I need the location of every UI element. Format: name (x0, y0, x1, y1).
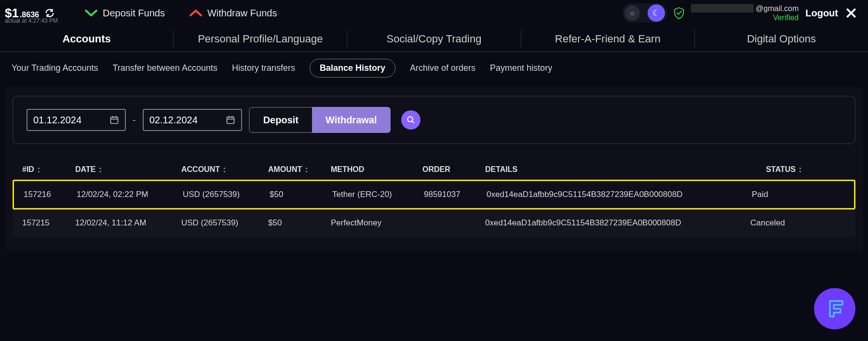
th-status[interactable]: STATUS (750, 165, 803, 174)
cell-id: 157216 (24, 190, 77, 199)
deposit-funds-label: Deposit Funds (103, 8, 165, 19)
th-method: METHOD (331, 165, 422, 174)
transaction-type-toggle: Deposit Withdrawal (249, 107, 391, 133)
withdraw-funds-label: Withdraw Funds (207, 8, 277, 19)
balance-timestamp: actual at 4:27:43 PM (5, 17, 58, 24)
th-order: ORDER (422, 165, 485, 174)
cell-status: Paid (752, 190, 805, 199)
moon-icon: ☾ (648, 4, 665, 22)
user-email: @gmail.com (691, 4, 799, 13)
cell-amount: $50 (270, 190, 332, 199)
date-range-separator: - (133, 115, 136, 126)
nav-digital-options[interactable]: Digital Options (695, 26, 868, 52)
subnav-archive-orders[interactable]: Archive of orders (410, 59, 475, 77)
nav-refer-friend[interactable]: Refer-A-Friend & Earn (521, 26, 694, 52)
subnav-payment-history[interactable]: Payment history (490, 59, 552, 77)
email-domain: @gmail.com (756, 4, 799, 13)
verified-label: Verified (773, 13, 799, 22)
calendar-icon (226, 115, 235, 125)
main-nav: Accounts Personal Profile/Language Socia… (0, 26, 868, 52)
cell-account: USD (2657539) (181, 218, 268, 228)
sort-icon (37, 166, 42, 173)
topbar: $1 .8636 actual at 4:27:43 PM Deposit Fu… (0, 0, 868, 26)
th-amount[interactable]: AMOUNT (268, 165, 331, 174)
segment-withdrawal[interactable]: Withdrawal (312, 107, 391, 133)
sun-icon: ☼ (624, 5, 640, 21)
nav-personal-profile[interactable]: Personal Profile/Language (174, 26, 347, 52)
filter-row: 01.12.2024 - 02.12.2024 Deposit Withdraw… (13, 96, 855, 144)
cell-order: 98591037 (424, 190, 487, 199)
search-icon (407, 116, 415, 124)
cell-details: 0xed14eaD1afbb9c9C51154B3827239EA0B00080… (485, 218, 750, 228)
table-header: #ID DATE ACCOUNT AMOUNT METHOD ORDER DET… (13, 159, 855, 180)
sort-icon (799, 166, 803, 173)
svg-rect-2 (111, 117, 118, 123)
th-date[interactable]: DATE (75, 165, 181, 174)
user-info: @gmail.com Verified (691, 4, 799, 22)
brand-logo-icon (823, 297, 846, 320)
cell-details: 0xed14eaD1afbb9c9C51154B3827239EA0B00080… (487, 190, 752, 199)
balance-history-table: #ID DATE ACCOUNT AMOUNT METHOD ORDER DET… (13, 159, 855, 236)
cell-id: 157215 (22, 218, 75, 228)
cell-amount: $50 (268, 218, 331, 228)
search-button[interactable] (401, 110, 420, 130)
shield-verified-icon (674, 7, 684, 19)
date-from-value: 01.12.2024 (33, 115, 81, 126)
cell-method: PerfectMoney (331, 218, 422, 228)
th-details: DETAILS (485, 165, 750, 174)
svg-rect-6 (227, 117, 234, 123)
email-redacted-segment (691, 4, 754, 13)
segment-deposit[interactable]: Deposit (249, 107, 312, 133)
table-row: 157216 12/02/24, 02:22 PM USD (2657539) … (13, 180, 855, 210)
cell-date: 12/02/24, 02:22 PM (77, 190, 183, 199)
nav-social-trading[interactable]: Social/Copy Trading (347, 26, 520, 52)
calendar-icon (109, 115, 119, 125)
sort-icon (305, 166, 310, 173)
subnav-trading-accounts[interactable]: Your Trading Accounts (12, 59, 98, 77)
date-from-input[interactable]: 01.12.2024 (27, 109, 126, 131)
cell-status: Canceled (750, 218, 803, 228)
content-panel: 01.12.2024 - 02.12.2024 Deposit Withdraw… (5, 87, 863, 251)
svg-point-10 (407, 117, 413, 122)
nav-accounts[interactable]: Accounts (0, 26, 173, 52)
sort-icon (223, 166, 228, 173)
subnav-transfer[interactable]: Transfer between Accounts (112, 59, 217, 77)
table-row: 157215 12/02/24, 11:12 AM USD (2657539) … (13, 210, 855, 236)
subnav-balance-history[interactable]: Balance History (310, 59, 395, 78)
brand-logo-button[interactable] (814, 288, 855, 329)
sort-icon (98, 166, 103, 173)
deposit-funds-button[interactable]: Deposit Funds (84, 8, 165, 19)
close-icon[interactable] (845, 7, 857, 19)
sub-nav: Your Trading Accounts Transfer between A… (0, 52, 868, 84)
cell-method: Tether (ERC-20) (332, 190, 424, 199)
logout-button[interactable]: Logout (805, 8, 838, 19)
date-to-input[interactable]: 02.12.2024 (143, 109, 242, 131)
th-account[interactable]: ACCOUNT (181, 165, 268, 174)
theme-toggle[interactable]: ☼ ☾ (623, 3, 667, 23)
topbar-right: ☼ ☾ @gmail.com Verified Logout (623, 3, 863, 23)
svg-line-11 (412, 121, 414, 123)
chevron-up-red-icon (189, 8, 203, 18)
subnav-history-transfers[interactable]: History transfers (232, 59, 295, 77)
chevron-down-green-icon (84, 8, 98, 18)
cell-account: USD (2657539) (183, 190, 270, 199)
th-id[interactable]: #ID (22, 165, 75, 174)
cell-date: 12/02/24, 11:12 AM (75, 218, 181, 228)
withdraw-funds-button[interactable]: Withdraw Funds (189, 8, 277, 19)
date-to-value: 02.12.2024 (149, 115, 198, 126)
